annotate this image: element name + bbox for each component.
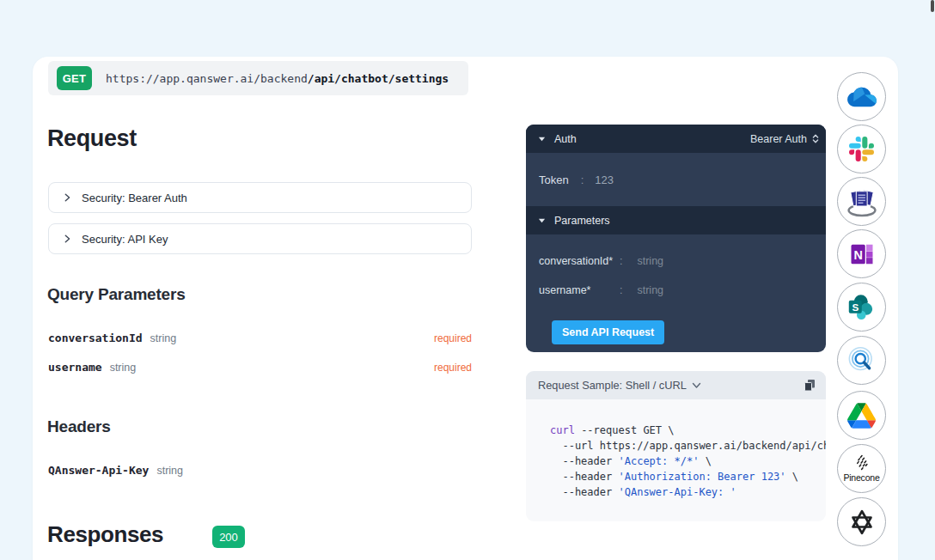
http-method-badge: GET <box>57 66 92 90</box>
api-client-panel: Auth Bearer Auth Token : 123 Parameters … <box>526 125 826 352</box>
integration-sharepoint[interactable]: S <box>837 283 886 332</box>
client-param-input[interactable]: string <box>637 255 663 267</box>
onenote-icon: N <box>849 241 875 267</box>
security-bearer-auth-label: Security: Bearer Auth <box>82 192 187 204</box>
qanswer-search-icon <box>846 345 877 375</box>
integration-pinecone[interactable]: Pinecone <box>837 444 886 493</box>
openai-icon <box>847 508 877 537</box>
token-colon: : <box>581 173 584 186</box>
param-type: string <box>110 362 137 374</box>
select-updown-icon <box>810 133 821 144</box>
integration-qanswer-search[interactable] <box>837 336 886 385</box>
integration-slack[interactable] <box>837 125 886 173</box>
code-keyword: curl <box>550 424 575 436</box>
response-code-200-badge[interactable]: 200 <box>212 526 245 548</box>
send-api-request-button[interactable]: Send API Request <box>552 320 664 344</box>
auth-section-header[interactable]: Auth Bearer Auth <box>526 125 826 153</box>
endpoint-url-bar: GET https://app.qanswer.ai/backend/api/c… <box>48 61 468 95</box>
query-param-row: username string required <box>48 361 472 374</box>
integration-openai[interactable] <box>837 497 886 546</box>
chevron-down-icon <box>538 216 546 224</box>
page-scrollbar[interactable] <box>931 0 934 12</box>
client-param-input[interactable]: string <box>637 284 663 296</box>
parameters-section-label: Parameters <box>554 215 610 227</box>
api-reference-page: GET https://app.qanswer.ai/backend/api/c… <box>0 0 935 560</box>
onedrive-icon <box>847 87 877 107</box>
integration-google-drive[interactable] <box>837 391 886 440</box>
client-param-colon: : <box>620 255 622 267</box>
request-sample-title: Request Sample: Shell / cURL <box>538 379 687 392</box>
endpoint-base-url: https://app.qanswer.ai/backend <box>106 72 308 85</box>
slack-icon <box>849 137 874 161</box>
param-name: QAnswer-Api-Key <box>48 464 149 477</box>
copy-icon[interactable] <box>804 379 816 392</box>
client-param-row: username* : string <box>539 284 813 296</box>
chevron-down-icon <box>692 382 701 389</box>
request-heading: Request <box>47 125 137 152</box>
auth-scheme-value: Bearer Auth <box>750 133 807 145</box>
request-sample-panel: Request Sample: Shell / cURL curl --requ… <box>526 371 826 521</box>
query-parameters-heading: Query Parameters <box>47 285 186 304</box>
endpoint-path: /api/chatbot/settings <box>308 72 449 85</box>
sharepoint-icon: S <box>848 294 875 320</box>
header-param-row: QAnswer-Api-Key string <box>48 464 472 477</box>
request-sample-header[interactable]: Request Sample: Shell / cURL <box>526 371 826 399</box>
security-api-key-expander[interactable]: Security: API Key <box>48 223 472 254</box>
param-name: conversationId <box>48 332 143 344</box>
chevron-down-icon <box>538 135 546 143</box>
svg-text:N: N <box>853 247 862 261</box>
param-name: username <box>48 361 102 374</box>
client-param-colon: : <box>620 284 622 296</box>
curl-code-block: curl --request GET \ --url https://app.q… <box>526 399 826 500</box>
token-row: Token : 123 <box>526 153 826 206</box>
token-input[interactable]: 123 <box>595 173 614 186</box>
client-param-name: username* <box>539 284 620 296</box>
responses-heading: Responses <box>47 521 163 548</box>
auth-section-label: Auth <box>554 133 577 145</box>
endpoint-url: https://app.qanswer.ai/backend/api/chatb… <box>106 72 449 85</box>
param-required-badge: required <box>434 332 472 344</box>
pinecone-label: Pinecone <box>843 472 879 483</box>
svg-text:S: S <box>852 301 859 313</box>
client-param-row: conversationId* : string <box>539 255 813 267</box>
parameters-section-header[interactable]: Parameters <box>526 206 826 234</box>
content-card: GET https://app.qanswer.ai/backend/api/c… <box>33 57 898 560</box>
client-params-body: conversationId* : string username* : str… <box>526 234 826 344</box>
integration-onenote[interactable]: N <box>837 229 886 278</box>
integration-onedrive[interactable] <box>837 72 886 121</box>
param-type: string <box>150 332 177 344</box>
headers-heading: Headers <box>47 417 111 436</box>
client-param-name: conversationId* <box>539 255 620 267</box>
token-label: Token <box>539 173 569 186</box>
param-required-badge: required <box>434 362 472 374</box>
integration-document-stack[interactable] <box>837 177 886 226</box>
google-drive-icon <box>847 403 876 429</box>
query-param-row: conversationId string required <box>48 332 472 344</box>
document-stack-icon <box>846 186 878 218</box>
chevron-right-icon <box>63 234 71 244</box>
pinecone-icon <box>853 454 871 472</box>
security-api-key-label: Security: API Key <box>82 233 168 246</box>
chevron-right-icon <box>63 192 71 203</box>
security-bearer-auth-expander[interactable]: Security: Bearer Auth <box>48 182 472 213</box>
param-type: string <box>156 465 183 477</box>
auth-scheme-select[interactable]: Bearer Auth <box>750 133 821 145</box>
